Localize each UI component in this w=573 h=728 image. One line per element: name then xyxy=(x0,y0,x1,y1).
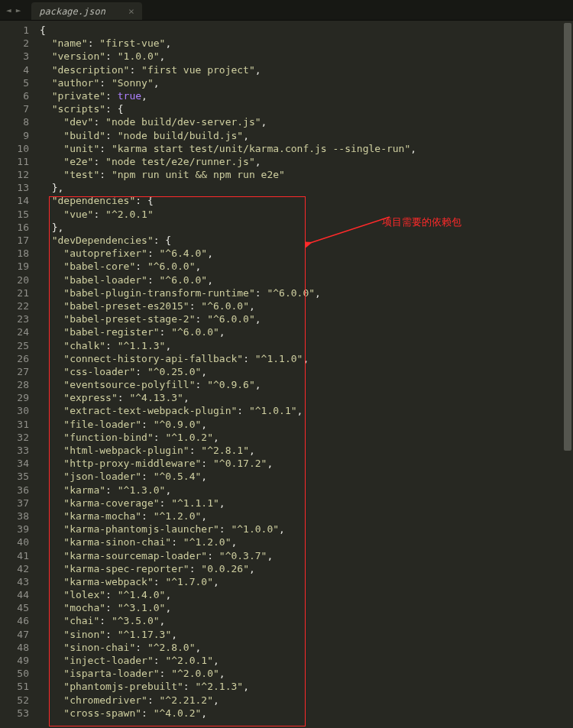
code-line[interactable]: }, xyxy=(40,221,573,234)
code-line[interactable]: "dev": "node build/dev-server.js", xyxy=(40,115,573,128)
line-number: 52 xyxy=(0,694,29,707)
code-line[interactable]: "scripts": { xyxy=(40,102,573,115)
line-number: 26 xyxy=(0,352,29,365)
tab-package-json[interactable]: package.json × xyxy=(31,2,142,20)
titlebar: ◄ ► package.json × xyxy=(0,0,573,21)
line-number: 37 xyxy=(0,497,29,510)
line-number: 24 xyxy=(0,325,29,338)
code-line[interactable]: "babel-core": "^6.0.0", xyxy=(40,260,573,273)
code-line[interactable]: "karma-coverage": "^1.1.1", xyxy=(40,497,573,510)
code-line[interactable]: "karma": "^1.3.0", xyxy=(40,484,573,497)
code-line[interactable]: "name": "first-vue", xyxy=(40,37,573,50)
close-icon[interactable]: × xyxy=(128,6,134,16)
line-number: 53 xyxy=(0,707,29,720)
code-line[interactable]: "phantomjs-prebuilt": "^2.1.3", xyxy=(40,680,573,693)
line-number: 1 xyxy=(0,24,29,37)
code-line[interactable]: "mocha": "^3.1.0", xyxy=(40,601,573,614)
line-number: 7 xyxy=(0,102,29,115)
code-line[interactable]: "unit": "karma start test/unit/karma.con… xyxy=(40,142,573,155)
line-number: 22 xyxy=(0,299,29,312)
code-line[interactable]: "sinon": "^1.17.3", xyxy=(40,628,573,641)
code-line[interactable]: "karma-mocha": "^1.2.0", xyxy=(40,510,573,523)
code-line[interactable]: "function-bind": "^1.0.2", xyxy=(40,431,573,444)
code-line[interactable]: "babel-plugin-transform-runtime": "^6.0.… xyxy=(40,286,573,299)
code-line[interactable]: "autoprefixer": "^6.4.0", xyxy=(40,247,573,260)
code-line[interactable]: { xyxy=(40,24,573,37)
line-number: 21 xyxy=(0,286,29,299)
code-line[interactable]: "description": "first vue project", xyxy=(40,63,573,76)
code-line[interactable]: "babel-register": "^6.0.0", xyxy=(40,325,573,338)
line-number: 16 xyxy=(0,221,29,234)
code-line[interactable]: "file-loader": "^0.9.0", xyxy=(40,418,573,431)
code-line[interactable]: "inject-loader": "^2.0.1", xyxy=(40,654,573,667)
code-line[interactable]: "html-webpack-plugin": "^2.8.1", xyxy=(40,444,573,457)
line-number: 30 xyxy=(0,404,29,417)
code-line[interactable]: "karma-sourcemap-loader": "^0.3.7", xyxy=(40,549,573,562)
code-line[interactable]: }, xyxy=(40,181,573,194)
code-line[interactable]: "chalk": "^1.1.3", xyxy=(40,339,573,352)
code-line[interactable]: "extract-text-webpack-plugin": "^1.0.1", xyxy=(40,404,573,417)
line-number-gutter: 1234567891011121314151617181920212223242… xyxy=(0,21,35,728)
line-number: 3 xyxy=(0,50,29,63)
editor[interactable]: 1234567891011121314151617181920212223242… xyxy=(0,21,573,728)
line-number: 12 xyxy=(0,168,29,181)
line-number: 5 xyxy=(0,76,29,89)
code-line[interactable]: "chai": "^3.5.0", xyxy=(40,614,573,627)
line-number: 2 xyxy=(0,37,29,50)
line-number: 48 xyxy=(0,641,29,654)
line-number: 51 xyxy=(0,680,29,693)
code-line[interactable]: "connect-history-api-fallback": "^1.1.0"… xyxy=(40,352,573,365)
code-line[interactable]: "test": "npm run unit && npm run e2e" xyxy=(40,168,573,181)
nav-arrows: ◄ ► xyxy=(0,0,27,20)
code-line[interactable]: "express": "^4.13.3", xyxy=(40,391,573,404)
nav-forward-icon[interactable]: ► xyxy=(15,5,23,15)
line-number: 38 xyxy=(0,510,29,523)
line-number: 33 xyxy=(0,444,29,457)
code-line[interactable]: "karma-webpack": "^1.7.0", xyxy=(40,575,573,588)
code-line[interactable]: "babel-loader": "^6.0.0", xyxy=(40,273,573,286)
line-number: 40 xyxy=(0,535,29,548)
line-number: 10 xyxy=(0,142,29,155)
code-line[interactable]: "babel-preset-es2015": "^6.0.0", xyxy=(40,299,573,312)
line-number: 47 xyxy=(0,628,29,641)
code-line[interactable]: "cross-spawn": "^4.0.2", xyxy=(40,707,573,720)
code-line[interactable]: "lolex": "^1.4.0", xyxy=(40,588,573,601)
line-number: 17 xyxy=(0,234,29,247)
nav-back-icon[interactable]: ◄ xyxy=(5,5,13,15)
code-line[interactable]: "devDependencies": { xyxy=(40,234,573,247)
code-line[interactable]: "babel-preset-stage-2": "^6.0.0", xyxy=(40,312,573,325)
code-line[interactable]: "css-loader": "^0.25.0", xyxy=(40,365,573,378)
code-line[interactable]: "karma-sinon-chai": "^1.2.0", xyxy=(40,535,573,548)
code-line[interactable]: "sinon-chai": "^2.8.0", xyxy=(40,641,573,654)
code-line[interactable]: "karma-phantomjs-launcher": "^1.0.0", xyxy=(40,523,573,535)
code-line[interactable]: "karma-spec-reporter": "0.0.26", xyxy=(40,562,573,575)
line-number: 13 xyxy=(0,181,29,194)
line-number: 25 xyxy=(0,339,29,352)
line-number: 27 xyxy=(0,365,29,378)
scrollbar-thumb[interactable] xyxy=(564,23,571,451)
line-number: 4 xyxy=(0,63,29,76)
line-number: 41 xyxy=(0,549,29,562)
code-line[interactable]: "private": true, xyxy=(40,89,573,102)
code-line[interactable]: "build": "node build/build.js", xyxy=(40,129,573,142)
line-number: 46 xyxy=(0,614,29,627)
code-area[interactable]: { "name": "first-vue", "version": "1.0.0… xyxy=(35,21,573,728)
code-line[interactable]: "author": "Sonny", xyxy=(40,76,573,89)
line-number: 35 xyxy=(0,470,29,483)
code-line[interactable]: "vue": "^2.0.1" xyxy=(40,208,573,221)
code-line[interactable]: "dependencies": { xyxy=(40,194,573,207)
code-line[interactable]: "version": "1.0.0", xyxy=(40,50,573,63)
line-number: 19 xyxy=(0,260,29,273)
code-line[interactable]: "isparta-loader": "^2.0.0", xyxy=(40,667,573,680)
code-line[interactable]: "e2e": "node test/e2e/runner.js", xyxy=(40,155,573,168)
line-number: 23 xyxy=(0,312,29,325)
line-number: 20 xyxy=(0,273,29,286)
code-line[interactable]: "chromedriver": "^2.21.2", xyxy=(40,694,573,707)
line-number: 44 xyxy=(0,588,29,601)
line-number: 43 xyxy=(0,575,29,588)
code-line[interactable]: "eventsource-polyfill": "^0.9.6", xyxy=(40,378,573,391)
line-number: 42 xyxy=(0,562,29,575)
code-line[interactable]: "http-proxy-middleware": "^0.17.2", xyxy=(40,457,573,470)
code-line[interactable]: "json-loader": "^0.5.4", xyxy=(40,470,573,483)
line-number: 9 xyxy=(0,129,29,142)
